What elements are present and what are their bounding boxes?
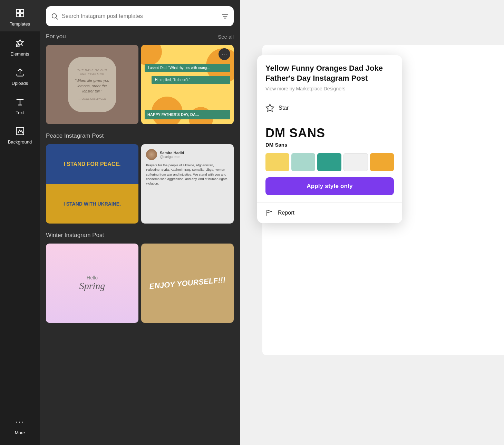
more-options-button[interactable]: ··· (219, 48, 230, 60)
text-icon (14, 96, 26, 108)
template-brown-inner: THE DAYS OF FUN AND FEASTING "When life … (68, 57, 116, 112)
sidebar-item-more[interactable]: ··· More (0, 410, 40, 445)
sidebar-item-templates[interactable]: Templates (0, 0, 40, 31)
grid-icon (14, 7, 26, 19)
swatch-2[interactable] (291, 153, 315, 171)
sidebar-item-background[interactable]: Background (0, 119, 40, 149)
orange-circle-1 (141, 45, 162, 66)
template-card-peace[interactable]: I STAND FOR PEACE. I STAND WITH UKRAINE. (46, 144, 138, 224)
popup-style-section: DM SANS DM Sans Apply style only (257, 119, 402, 202)
svg-rect-2 (16, 13, 19, 17)
peace-grid: I STAND FOR PEACE. I STAND WITH UKRAINE.… (46, 144, 234, 224)
star-icon (265, 103, 274, 112)
popup-subtitle: View more by Marketplace Designers (265, 86, 394, 91)
background-icon (14, 125, 26, 137)
social-header: Samira Hadid @sarigcreate (146, 149, 229, 160)
t2-footer: HAPPY FATHER'S DAY, DA... (145, 110, 230, 119)
more-label: More (15, 430, 25, 435)
winter-title: Winter Instagram Post (46, 232, 104, 239)
star-label: Star (279, 105, 289, 111)
uploads-label: Uploads (12, 81, 28, 86)
svg-rect-1 (20, 10, 23, 13)
template-popup: Yellow Funny Oranges Dad Joke Father's D… (257, 55, 402, 223)
svg-point-5 (52, 14, 57, 18)
sidebar: Templates Elements Uploads Text (0, 0, 40, 445)
main-panel: For you See all THE DAYS OF FUN AND FEAS… (40, 0, 240, 445)
filter-icon[interactable] (221, 12, 229, 20)
search-bar (46, 6, 234, 26)
template-card-brown[interactable]: THE DAYS OF FUN AND FEASTING "When life … (46, 45, 138, 124)
sidebar-item-elements[interactable]: Elements (0, 31, 40, 61)
svg-rect-0 (16, 10, 19, 13)
background-label: Background (8, 139, 32, 145)
t2-text1: I asked Dad, "What rhymes with orang... (145, 64, 230, 72)
templates-label: Templates (10, 21, 30, 27)
search-icon (51, 12, 58, 20)
popup-title: Yellow Funny Oranges Dad Joke Father's D… (265, 63, 394, 83)
peace-bottom: I STAND WITH UKRAINE. (46, 184, 138, 224)
content-area: For you See all THE DAYS OF FUN AND FEAS… (40, 32, 240, 445)
sidebar-item-text[interactable]: Text (0, 90, 40, 119)
for-you-title: For you (46, 33, 66, 40)
svg-line-6 (56, 18, 58, 19)
right-panel: Yellow Funny Oranges Dad Joke Father's D… (240, 0, 504, 445)
for-you-section-header: For you See all (46, 33, 234, 40)
swatch-1[interactable] (265, 153, 289, 171)
social-avatar (146, 149, 157, 160)
peace-section-header: Peace Instagram Post (46, 132, 234, 139)
apply-style-button[interactable]: Apply style only (265, 177, 394, 195)
font-preview: DM SANS (265, 126, 394, 140)
flag-icon (265, 209, 274, 217)
more-icon: ··· (14, 416, 26, 428)
swatch-3[interactable] (317, 153, 341, 171)
t2-text2: He replied, "It doesn't." (152, 76, 230, 84)
peace-title: Peace Instagram Post (46, 132, 104, 139)
enjoy-text: ENJOY YOURSELF!!! (149, 275, 226, 291)
template-card-enjoy[interactable]: ENJOY YOURSELF!!! (141, 244, 234, 323)
for-you-see-all[interactable]: See all (218, 34, 234, 40)
elements-label: Elements (10, 51, 29, 57)
report-label: Report (278, 210, 294, 216)
template-brown-text: THE DAYS OF FUN AND FEASTING "When life … (74, 68, 111, 101)
svg-marker-10 (266, 104, 274, 111)
swatch-5[interactable] (370, 153, 394, 171)
svg-rect-3 (20, 13, 23, 17)
for-you-grid: THE DAYS OF FUN AND FEASTING "When life … (46, 45, 234, 124)
search-input[interactable] (62, 13, 218, 19)
peace-top: I STAND FOR PEACE. (46, 144, 138, 184)
text-label: Text (16, 110, 24, 115)
sidebar-item-uploads[interactable]: Uploads (0, 61, 40, 90)
more-dots-icon: ··· (222, 51, 227, 57)
font-name: DM Sans (265, 142, 394, 148)
upload-icon (14, 66, 26, 79)
template-card-orange[interactable]: I asked Dad, "What rhymes with orang... … (141, 45, 234, 124)
color-swatches (265, 153, 394, 171)
swatch-4[interactable] (343, 153, 368, 171)
star-option[interactable]: Star (257, 97, 402, 119)
elements-icon (14, 37, 26, 49)
popup-header: Yellow Funny Oranges Dad Joke Father's D… (257, 55, 402, 97)
winter-grid: Hello Spring ENJOY YOURSELF!!! (46, 244, 234, 323)
winter-section-header: Winter Instagram Post (46, 232, 234, 239)
template-card-spring[interactable]: Hello Spring (46, 244, 138, 323)
report-option[interactable]: Report (257, 202, 402, 223)
social-user-info: Samira Hadid @sarigcreate (160, 151, 184, 159)
template-card-social[interactable]: Samira Hadid @sarigcreate Prayers for th… (141, 144, 234, 224)
